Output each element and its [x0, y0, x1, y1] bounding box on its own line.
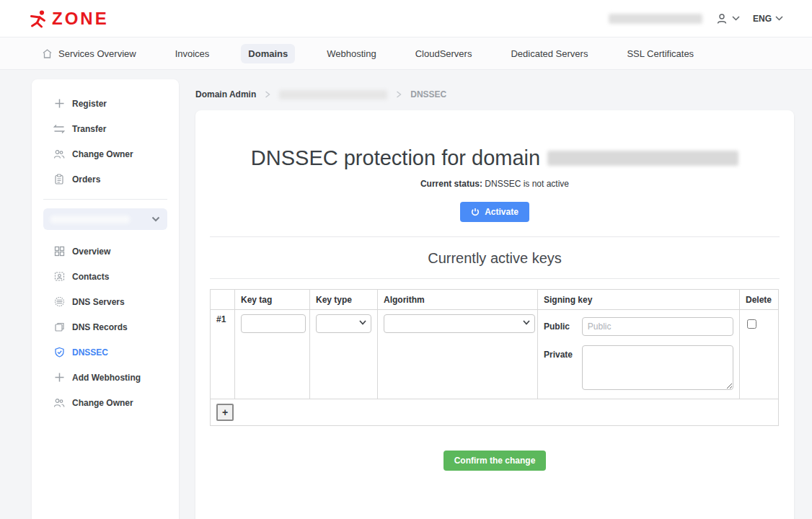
public-key-input[interactable] [582, 317, 733, 336]
sidebar-item-label: Orders [72, 174, 100, 185]
key-row-1: #1 [211, 310, 779, 399]
plus-icon [53, 372, 65, 383]
confirm-button-label: Confirm the change [454, 456, 536, 466]
page-body: Register Transfer Change Owner [0, 70, 812, 519]
status-value: DNSSEC is not active [485, 179, 569, 189]
chevron-right-icon [265, 91, 270, 98]
plus-icon [53, 98, 65, 110]
chevron-down-icon [732, 16, 740, 21]
grid-icon [53, 246, 65, 257]
nav-services-overview[interactable]: Services Overview [35, 44, 144, 63]
header-key-type: Key type [310, 290, 378, 310]
chevron-down-icon [151, 216, 160, 222]
main-nav: Services Overview Invoices Domains Webho… [0, 37, 812, 70]
nav-invoices[interactable]: Invoices [168, 44, 217, 63]
sidebar-item-dnssec[interactable]: DNSSEC [32, 340, 179, 365]
nav-domains[interactable]: Domains [241, 44, 295, 63]
key-tag-input[interactable] [241, 314, 306, 333]
header-signing-key: Signing key [538, 290, 740, 310]
status-label: Current status: [420, 179, 482, 189]
contact-card-icon [53, 271, 65, 283]
sidebar-item-overview[interactable]: Overview [32, 239, 179, 264]
sidebar-divider [43, 199, 167, 200]
people-icon [53, 397, 65, 409]
activate-button[interactable]: Activate [460, 202, 529, 222]
sidebar-item-label: Add Webhosting [72, 373, 141, 383]
header-key-tag: Key tag [235, 290, 310, 310]
header-index [211, 290, 235, 310]
zone-logo[interactable]: zone [29, 9, 109, 29]
delete-checkbox[interactable] [747, 319, 756, 329]
nav-item-label: Webhosting [327, 48, 376, 59]
nav-ssl-certificates[interactable]: SSL Certificates [619, 44, 701, 63]
confirm-change-button[interactable]: Confirm the change [443, 451, 547, 471]
person-icon [715, 12, 728, 25]
nav-item-label: Domains [248, 48, 288, 59]
domain-selector-value-redacted [50, 216, 130, 223]
user-name-redacted[interactable] [609, 14, 702, 24]
sidebar-item-label: DNS Records [72, 322, 128, 332]
sidebar-item-label: Change Owner [72, 398, 133, 408]
nav-cloudservers[interactable]: CloudServers [408, 44, 480, 63]
sidebar-item-add-webhosting[interactable]: Add Webhosting [32, 365, 179, 390]
nav-webhosting[interactable]: Webhosting [319, 44, 383, 63]
sidebar-item-contacts[interactable]: Contacts [32, 264, 179, 289]
sidebar-item-label: DNS Servers [72, 297, 125, 307]
people-icon [53, 148, 65, 160]
pages-icon [53, 321, 65, 333]
nav-dedicated-servers[interactable]: Dedicated Servers [503, 44, 595, 63]
algorithm-select[interactable] [384, 314, 535, 333]
sidebar-item-dns-records[interactable]: DNS Records [32, 314, 179, 340]
running-figure-icon [29, 9, 48, 28]
power-icon [471, 208, 480, 216]
divider [210, 278, 780, 279]
chevron-down-icon [775, 16, 783, 21]
sidebar-item-register[interactable]: Register [32, 91, 179, 116]
chevron-right-icon [396, 91, 402, 98]
active-keys-table: Key tag Key type Algorithm Signing key D… [210, 289, 779, 426]
sidebar-item-change-owner[interactable]: Change Owner [32, 141, 179, 167]
sidebar: Register Transfer Change Owner [32, 79, 179, 519]
sidebar-item-label: Change Owner [72, 149, 133, 159]
sidebar-item-transfer[interactable]: Transfer [32, 116, 179, 141]
sidebar-item-dns-servers[interactable]: DNS Servers [32, 289, 179, 314]
keys-section-title: Currently active keys [195, 250, 794, 267]
table-header-row: Key tag Key type Algorithm Signing key D… [211, 290, 779, 310]
account-menu[interactable] [715, 12, 740, 25]
language-label: ENG [753, 14, 772, 24]
sidebar-item-label: Transfer [72, 124, 106, 134]
language-selector[interactable]: ENG [753, 14, 783, 24]
page-title-text: DNSSEC protection for domain [251, 146, 540, 170]
nav-item-label: SSL Certificates [627, 48, 694, 59]
private-key-textarea[interactable] [582, 345, 733, 390]
sidebar-item-label: DNSSEC [72, 347, 108, 358]
private-key-label: Private [544, 345, 573, 360]
breadcrumb: Domain Admin DNSSEC [195, 89, 446, 100]
page-title: DNSSEC protection for domain [195, 146, 794, 170]
domain-name-redacted [547, 151, 738, 166]
breadcrumb-current: DNSSEC [410, 89, 446, 99]
sidebar-item-label: Register [72, 99, 107, 109]
public-key-label: Public [544, 317, 573, 332]
header-algorithm: Algorithm [378, 290, 538, 310]
row-index: #1 [211, 310, 235, 399]
nav-item-label: Dedicated Servers [511, 48, 588, 59]
logo-text: zone [52, 9, 109, 29]
activate-button-label: Activate [485, 207, 518, 217]
breadcrumb-domain-admin[interactable]: Domain Admin [195, 89, 256, 99]
sidebar-item-label: Overview [72, 247, 110, 257]
key-type-select[interactable] [316, 314, 371, 333]
add-key-button[interactable]: + [216, 404, 234, 421]
clipboard-icon [53, 174, 65, 185]
sidebar-item-orders[interactable]: Orders [32, 167, 179, 192]
divider [210, 236, 780, 237]
breadcrumb-domain-redacted[interactable] [279, 90, 387, 99]
sidebar-item-label: Contacts [72, 272, 109, 282]
status-line: Current status: DNSSEC is not active [195, 179, 794, 189]
sidebar-item-change-owner-2[interactable]: Change Owner [32, 390, 179, 415]
dns-stamp-icon [53, 296, 65, 308]
table-footer-row: + [211, 399, 779, 426]
domain-selector-dropdown[interactable] [43, 208, 167, 230]
header-delete: Delete [740, 290, 779, 310]
nav-item-label: Services Overview [58, 48, 136, 59]
